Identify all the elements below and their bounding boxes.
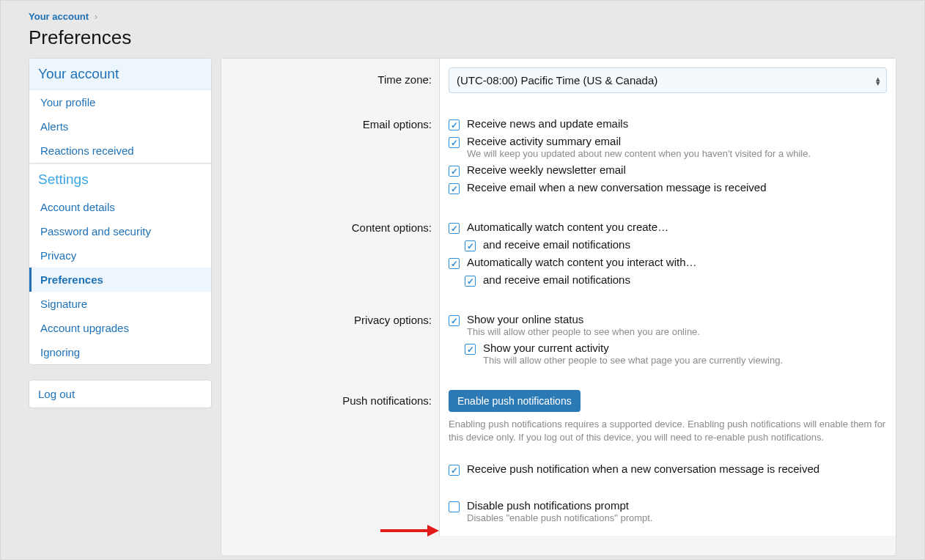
checkbox-watch-create-email[interactable] (465, 240, 476, 251)
checkbox-label: Receive news and update emails (467, 117, 887, 130)
sidebar-block: Your account Your profile Alerts Reactio… (29, 58, 212, 365)
checkbox-description: Disables "enable push notifications" pro… (467, 512, 887, 523)
checkbox-watch-interact-email[interactable] (465, 276, 476, 287)
main-panel: Time zone: (UTC-08:00) Pacific Time (US … (221, 58, 896, 556)
sidebar-item-privacy[interactable]: Privacy (29, 243, 211, 268)
checkbox-label: and receive email notifications (483, 238, 887, 251)
checkbox-activity-summary[interactable] (449, 137, 460, 148)
sidebar-item-logout[interactable]: Log out (29, 380, 212, 408)
sidebar-section-your-account[interactable]: Your account (29, 59, 211, 90)
label-push-notifications: Push notifications: (221, 388, 432, 407)
sidebar: Your account Your profile Alerts Reactio… (29, 58, 212, 408)
checkbox-label: Show your online status (467, 313, 887, 325)
checkbox-online-status[interactable] (449, 315, 460, 326)
timezone-select-value: (UTC-08:00) Pacific Time (US & Canada) (457, 74, 657, 86)
sidebar-item-ignoring[interactable]: Ignoring (29, 340, 211, 364)
checkbox-label: and receive email notifications (483, 273, 887, 286)
breadcrumb-parent-link[interactable]: Your account (29, 11, 89, 22)
label-timezone: Time zone: (221, 59, 432, 86)
sidebar-item-your-profile[interactable]: Your profile (29, 90, 211, 114)
checkbox-email-conversation[interactable] (449, 183, 460, 194)
checkbox-weekly-newsletter[interactable] (449, 166, 460, 177)
sidebar-section-settings[interactable]: Settings (29, 163, 211, 195)
timezone-select[interactable]: (UTC-08:00) Pacific Time (US & Canada) ▴… (449, 67, 887, 93)
checkbox-watch-interact[interactable] (449, 258, 460, 269)
label-privacy-options: Privacy options: (221, 311, 432, 326)
checkbox-label: Receive email when a new conversation me… (467, 181, 887, 194)
sidebar-item-preferences[interactable]: Preferences (29, 268, 211, 292)
sidebar-item-account-upgrades[interactable]: Account upgrades (29, 316, 211, 340)
sidebar-item-reactions-received[interactable]: Reactions received (29, 139, 211, 163)
label-email-options: Email options: (221, 115, 432, 130)
sidebar-item-account-details[interactable]: Account details (29, 195, 211, 219)
page-title: Preferences (29, 26, 896, 49)
checkbox-label: Disable push notifications prompt (467, 499, 887, 512)
checkbox-label: Receive activity summary email (467, 135, 887, 147)
checkbox-description: This will allow other people to see when… (467, 326, 887, 337)
sidebar-item-password-security[interactable]: Password and security (29, 219, 211, 243)
checkbox-watch-create[interactable] (449, 223, 460, 234)
push-description: Enabling push notifications requires a s… (449, 418, 887, 444)
checkbox-current-activity[interactable] (465, 344, 476, 355)
checkbox-label: Automatically watch content you interact… (467, 256, 887, 268)
checkbox-label: Receive push notification when a new con… (467, 463, 887, 475)
chevron-right-icon: › (95, 11, 97, 22)
checkbox-disable-push-prompt[interactable] (449, 501, 460, 512)
breadcrumb: Your account › (29, 11, 896, 22)
sidebar-item-alerts[interactable]: Alerts (29, 114, 211, 139)
checkbox-news-emails[interactable] (449, 119, 460, 130)
label-content-options: Content options: (221, 218, 432, 234)
enable-push-button[interactable]: Enable push notifications (449, 390, 581, 412)
checkbox-label: Automatically watch content you create… (467, 221, 887, 233)
checkbox-label: Receive weekly newsletter email (467, 163, 887, 176)
checkbox-description: This will allow other people to see what… (483, 355, 887, 366)
select-arrows-icon: ▴▾ (876, 76, 880, 85)
checkbox-push-conversation[interactable] (449, 465, 460, 476)
checkbox-label: Show your current activity (483, 342, 887, 354)
checkbox-description: We will keep you updated about new conte… (467, 148, 887, 159)
sidebar-item-signature[interactable]: Signature (29, 292, 211, 316)
